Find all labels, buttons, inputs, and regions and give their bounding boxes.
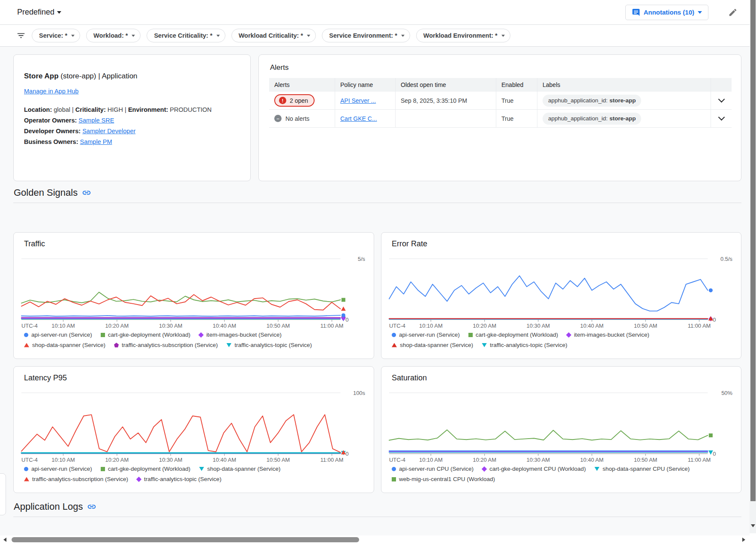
filter-chip-label: Service Criticality: *: [154, 32, 212, 39]
chart-legend: api-server-run (Service)cart-gke-deploym…: [392, 332, 734, 348]
application-subtitle: (store-app) | Application: [59, 72, 138, 80]
legend-item: cart-gke-deployment (Workload): [468, 332, 558, 338]
legend-item: traffic-analytics-subscription (Service): [114, 342, 218, 348]
chart-legend: api-server-run (Service)cart-gke-deploym…: [24, 466, 367, 482]
edit-dashboard-button[interactable]: [728, 8, 738, 17]
business-owner-link[interactable]: Sample PM: [80, 138, 112, 145]
svg-text:11:00 AM: 11:00 AM: [321, 457, 344, 463]
svg-text:10:40 AM: 10:40 AM: [580, 323, 604, 329]
vertical-scrollbar-thumb[interactable]: [750, 0, 756, 501]
column-header-policy-name: Policy name: [335, 78, 396, 92]
filter-chip-service[interactable]: Service: *: [32, 29, 80, 42]
alert-row-cart-gke: – No alerts Cart GKE C... True apphub_ap…: [269, 110, 732, 128]
filter-chip-service-criticality[interactable]: Service Criticality: *: [147, 29, 225, 42]
alerts-card: Alerts Alerts Policy name Oldest open ti…: [258, 54, 741, 181]
horizontal-scrollbar[interactable]: [0, 535, 750, 544]
chevron-down-icon: [57, 11, 61, 14]
golden-signals-section-header: Golden Signals: [14, 187, 741, 198]
svg-text:0: 0: [713, 451, 716, 457]
svg-text:11:00 AM: 11:00 AM: [321, 323, 344, 329]
svg-text:0: 0: [345, 451, 348, 457]
policy-name-link[interactable]: API Server ...: [340, 97, 376, 104]
alert-error-icon: !: [279, 97, 286, 104]
chart-title: Traffic: [24, 239, 367, 248]
collapsed-side-panel-handle[interactable]: [0, 473, 6, 515]
application-attributes-line: Location: global | Criticality: HIGH | E…: [24, 105, 240, 115]
scroll-down-arrow-icon[interactable]: [751, 524, 755, 527]
svg-text:10:50 AM: 10:50 AM: [634, 323, 657, 329]
svg-text:10:30 AM: 10:30 AM: [159, 457, 183, 463]
filter-chip-service-environment[interactable]: Service Environment: *: [322, 29, 410, 42]
manage-in-app-hub-link[interactable]: Manage in App Hub: [24, 88, 78, 95]
application-metadata: Location: global | Criticality: HIGH | E…: [24, 105, 240, 147]
chevron-down-icon: [216, 35, 220, 37]
vertical-scrollbar[interactable]: [750, 0, 756, 544]
comment-icon: [632, 8, 640, 17]
view-selector-dropdown[interactable]: Predefined: [17, 8, 61, 17]
svg-text:UTC-4: UTC-4: [389, 457, 405, 463]
svg-text:10:10 AM: 10:10 AM: [51, 323, 75, 329]
application-name: Store App: [24, 72, 59, 80]
latency-p95-chart: 100s0UTC-410:10 AM10:20 AM10:30 AM10:40 …: [21, 386, 367, 463]
filter-chip-workload-criticality[interactable]: Workload Criticality: *: [231, 29, 316, 42]
expand-row-chevron-icon[interactable]: [718, 96, 725, 103]
square-marker-icon: [392, 477, 396, 481]
filter-bar: Service: * Workload: * Service Criticali…: [0, 25, 750, 47]
svg-text:10:30 AM: 10:30 AM: [527, 323, 550, 329]
error-rate-chart: 0.5/s0UTC-410:10 AM10:20 AM10:30 AM10:40…: [388, 252, 734, 329]
developer-owner-link[interactable]: Sampler Developer: [82, 128, 135, 135]
triangle-up-marker-icon: [24, 343, 29, 347]
filter-chip-workload-environment[interactable]: Workload Environment: *: [416, 29, 510, 42]
legend-item: web-mig-us-central1 CPU (Workload): [392, 476, 495, 482]
square-marker-icon: [468, 333, 473, 337]
annotations-label: Annotations (10): [644, 9, 694, 16]
annotations-button[interactable]: Annotations (10): [625, 5, 708, 20]
column-header-alerts: Alerts: [269, 78, 335, 92]
expand-row-chevron-icon[interactable]: [718, 114, 725, 121]
triangle-down-marker-icon: [226, 343, 231, 347]
no-alerts-icon: –: [274, 115, 282, 122]
svg-text:10:20 AM: 10:20 AM: [105, 323, 129, 329]
chart-title: Latency P95: [24, 374, 367, 383]
svg-text:0.5/s: 0.5/s: [720, 256, 733, 262]
saturation-chart-card: Saturation 50%0UTC-410:10 AM10:20 AM10:3…: [381, 366, 741, 493]
link-icon[interactable]: [87, 502, 96, 511]
svg-text:10:30 AM: 10:30 AM: [527, 457, 550, 463]
triangle-down-marker-icon: [482, 343, 487, 347]
filter-chip-workload[interactable]: Workload: *: [86, 29, 141, 42]
alert-status-text: No alerts: [285, 115, 309, 122]
chart-legend: api-server-run (Service)cart-gke-deploym…: [24, 332, 367, 348]
svg-text:10:10 AM: 10:10 AM: [419, 457, 443, 463]
svg-text:0: 0: [345, 317, 348, 323]
legend-series-label: traffic-analytics-topic (Service): [234, 342, 312, 348]
legend-item: item-images-bucket (Service): [199, 332, 282, 338]
legend-series-label: shop-data-spanner (Service): [32, 342, 105, 348]
legend-series-label: traffic-analytics-subscription (Service): [32, 476, 128, 482]
svg-text:UTC-4: UTC-4: [21, 323, 38, 329]
square-marker-icon: [101, 333, 105, 337]
legend-series-label: api-server-run (Service): [31, 332, 92, 338]
no-alerts-status: – No alerts: [274, 115, 309, 122]
legend-series-label: api-server-run (Service): [31, 466, 92, 472]
column-header-labels: Labels: [537, 78, 711, 92]
legend-series-label: cart-gke-deployment (Workload): [108, 466, 191, 472]
scroll-left-arrow-icon[interactable]: [3, 538, 6, 542]
horizontal-scrollbar-thumb[interactable]: [12, 537, 359, 542]
svg-text:10:20 AM: 10:20 AM: [473, 457, 496, 463]
operator-owner-link[interactable]: Sample SRE: [78, 117, 114, 124]
circle-marker-icon: [392, 467, 396, 471]
chevron-down-icon: [307, 35, 310, 37]
triangle-up-marker-icon: [392, 343, 397, 347]
scroll-right-arrow-icon[interactable]: [742, 538, 745, 542]
policy-name-link[interactable]: Cart GKE C...: [340, 115, 377, 122]
label-chip: apphub_application_id: store-app: [543, 95, 641, 107]
chart-title: Saturation: [392, 374, 734, 383]
oldest-open-time-value: Sep 8, 2025, 3:35:10 PM: [396, 92, 496, 109]
application-logs-section-header: Application Logs: [14, 501, 741, 512]
link-icon[interactable]: [82, 188, 91, 197]
svg-text:10:20 AM: 10:20 AM: [105, 457, 129, 463]
svg-text:10:10 AM: 10:10 AM: [51, 457, 75, 463]
filter-chip-label: Workload Criticality: *: [239, 32, 303, 39]
operator-owners-line: Operator Owners: Sample SRE: [24, 115, 240, 126]
svg-text:10:50 AM: 10:50 AM: [267, 323, 290, 329]
